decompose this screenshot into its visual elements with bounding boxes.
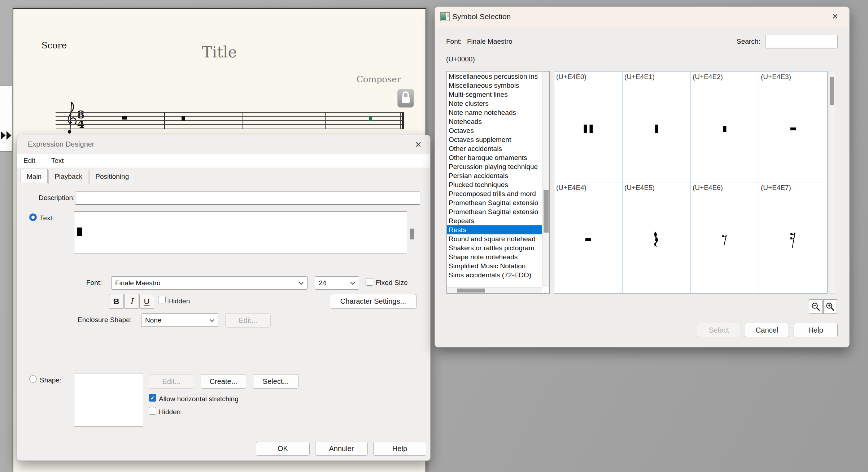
scrollbar-thumb[interactable] [830,77,834,105]
shape-edit-button[interactable]: Edit... [149,374,194,389]
scrollbar-thumb[interactable] [457,289,485,293]
symbol-code: (U+E4E5) [624,184,655,192]
grid-vertical-scrollbar[interactable] [829,71,835,294]
symbol-code: (U+E4E6) [693,184,723,192]
composer-text: Composer [357,74,401,85]
shape-create-button[interactable]: Create... [201,374,246,389]
rest-double-whole-icon [723,126,727,132]
cancel-button[interactable]: Cancel [745,323,789,337]
enclosure-edit-button[interactable]: Edit... [225,313,271,328]
category-item[interactable]: Noteheads [447,117,542,126]
category-item[interactable]: Other accidentals [447,144,542,153]
category-item[interactable]: Promethean Sagittal extensio [447,207,542,216]
shape-select-button[interactable]: Select... [253,374,298,389]
barline [325,112,326,129]
symbol-cell[interactable]: (U+E4E2) [691,72,759,182]
close-icon[interactable]: ✕ [413,140,424,150]
tab-playback[interactable]: Playback [48,170,88,184]
category-item[interactable]: Other baroque ornaments [447,153,542,162]
category-item[interactable]: Octaves [447,126,542,135]
font-select[interactable]: Finale Maestro [111,276,307,290]
category-item[interactable]: Repeats [447,216,542,225]
rest-16th-icon [790,231,796,248]
fixed-size-checkbox[interactable] [366,278,373,286]
tab-main[interactable]: Main [21,169,48,183]
description-input[interactable] [75,191,420,205]
category-item[interactable]: Octaves supplement [447,135,542,144]
category-item[interactable]: Shakers or rattles pictogram [447,243,542,252]
scrollbar-thumb[interactable] [544,190,549,233]
zoom-in-button[interactable] [823,299,837,314]
text-radio[interactable] [29,213,37,221]
shape-radio[interactable] [29,375,37,383]
category-item[interactable]: Miscellaneous percussion ins [447,72,542,81]
zoom-out-button[interactable] [809,299,823,314]
category-item[interactable]: Round and square notehead [447,234,542,243]
symbol-cell[interactable]: (U+E4E3) [759,72,827,182]
close-icon[interactable]: ✕ [830,12,841,21]
enclosure-shape-select[interactable]: None [141,313,218,327]
selected-double-whole-rest[interactable] [369,116,372,121]
category-item[interactable]: Promethean Sagittal extensio [447,198,542,207]
symbol-cell[interactable]: (U+E4E4) [554,182,623,293]
category-item[interactable]: Precomposed trills and mord [447,189,542,198]
selected-code-text: (U+0000) [446,55,475,63]
category-item[interactable]: Percussion playing technique [447,162,542,171]
font-value: Finale Maestro [467,38,512,46]
category-item[interactable]: Multi-segment lines [447,90,542,99]
rest-double-whole-icon [77,228,82,236]
category-item[interactable]: Miscellaneous symbols [447,81,542,90]
double-whole-rest[interactable] [182,116,185,121]
titlebar: Symbol Selection ✕ [435,7,849,27]
category-vertical-scrollbar[interactable] [542,72,549,287]
rest-quarter-icon [654,231,659,248]
bold-button[interactable]: B [109,294,124,309]
help-button[interactable]: Help [373,442,426,456]
expression-text-editor[interactable] [74,211,407,254]
shape-hidden-checkbox[interactable] [149,407,156,415]
menu-text[interactable]: Text [51,157,64,165]
symbol-cell[interactable]: (U+E4E5) [623,182,691,293]
enclosure-shape-label: Enclosure Shape: [78,316,132,324]
category-item[interactable]: Persian accidentals [447,171,542,180]
size-select[interactable]: 24 [315,276,359,290]
underline-button[interactable]: U [139,294,154,309]
symbol-code: (U+E4E2) [693,73,723,81]
category-item[interactable]: Simplified Music Notation [447,261,542,270]
symbol-cell[interactable]: (U+E4E0) [554,72,623,182]
magnifier-minus-icon [811,302,821,312]
symbol-cell[interactable]: (U+E4E7) [759,182,827,293]
allow-stretch-checkbox[interactable]: ✓ [149,394,156,402]
font-label: Font: [86,279,102,287]
category-item[interactable]: Rests [447,225,542,234]
category-item[interactable]: Sims accidentals (72-EDO) [447,270,542,280]
search-input[interactable] [766,35,838,48]
category-item[interactable]: Shape note noteheads [447,252,542,261]
category-listbox: Miscellaneous percussion insMiscellaneou… [446,71,550,294]
section-divider [74,366,415,366]
hidden-checkbox[interactable] [158,296,166,303]
character-settings-button[interactable]: Character Settings... [330,294,416,309]
cancel-button[interactable]: Annuler [315,442,368,456]
whole-rest[interactable] [122,116,127,120]
menu-edit[interactable]: Edit [23,157,35,165]
italic-button[interactable]: I [124,294,139,309]
font-label: Font: [446,38,462,46]
tab-positioning[interactable]: Positioning [89,170,135,184]
symbol-cell[interactable]: (U+E4E6) [691,182,759,293]
symbol-cell[interactable]: (U+E4E1) [623,72,691,182]
staff[interactable] [56,112,404,129]
barline [243,112,243,129]
text-radio-label: Text: [40,214,54,222]
ok-button[interactable]: OK [256,442,310,456]
category-item[interactable]: Note clusters [447,99,542,108]
rest-half-icon [585,238,591,241]
category-list: Miscellaneous percussion insMiscellaneou… [447,72,542,287]
category-horizontal-scrollbar[interactable] [447,287,542,293]
fixed-size-label: Fixed Size [376,279,408,287]
help-button[interactable]: Help [794,323,838,337]
select-button[interactable]: Select [697,323,741,337]
category-item[interactable]: Note name noteheads [447,108,542,117]
text-editor-scrollbar[interactable] [410,229,414,239]
category-item[interactable]: Plucked techniques [447,180,542,189]
